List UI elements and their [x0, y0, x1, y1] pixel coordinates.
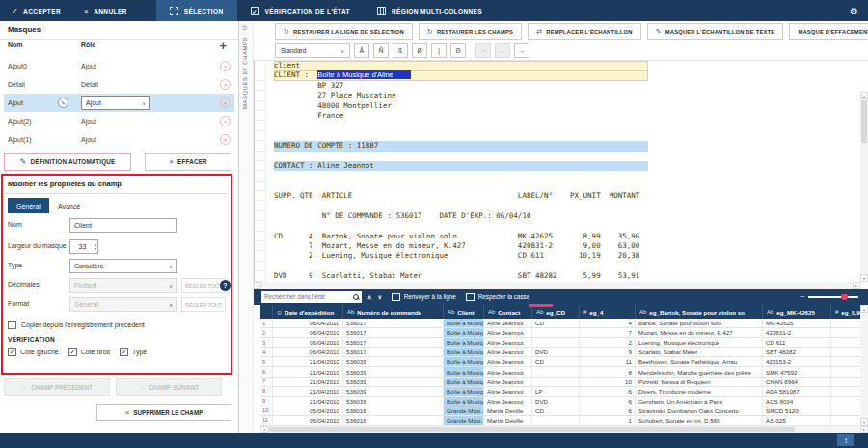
- table-cell[interactable]: Boîte à Musiq...: [444, 319, 484, 327]
- table-cell[interactable]: Boîte à Musiq...: [444, 328, 484, 337]
- table-row-4[interactable]: 406/04/2010536017Boîte à Musiq...Aline J…: [260, 348, 868, 357]
- table-cell[interactable]: Stravinski, Dumbarton Oaks Concerto: [636, 406, 763, 415]
- wrap-line-checkbox[interactable]: Renvoyer à la ligne: [392, 293, 456, 301]
- table-row-11[interactable]: 1105/04/2010536016Grande Musi...Martin D…: [260, 416, 868, 426]
- add-mask-button[interactable]: +: [219, 39, 227, 53]
- table-cell[interactable]: Gershwin, Un Américain à Paris: [636, 397, 763, 406]
- delete-mask-icon[interactable]: ×: [220, 98, 231, 108]
- scroll-left-icon[interactable]: ◂: [260, 426, 268, 433]
- table-cell[interactable]: Boîte à Musiq...: [444, 387, 484, 396]
- trap-char-button-4[interactable]: |: [431, 43, 447, 58]
- table-row-6[interactable]: 621/04/2010536039Boîte à Musiq...Aline J…: [260, 367, 868, 377]
- tab-avancé[interactable]: Avancé: [49, 198, 89, 213]
- table-cell[interactable]: SMCD 5120: [763, 406, 831, 415]
- trap-char-button-5[interactable]: Θ: [450, 43, 466, 58]
- table-cell[interactable]: Scarlatti, Stabat Mater: [636, 348, 763, 356]
- column-header-0[interactable]: ⊙Date d'expédition: [273, 305, 343, 319]
- name-input[interactable]: [69, 218, 177, 233]
- table-cell[interactable]: 536039: [343, 367, 444, 376]
- table-cell[interactable]: 536039: [343, 357, 444, 366]
- table-cell[interactable]: Schubert, Sonate en mi, D.566: [636, 416, 763, 425]
- mask-row-2[interactable]: Ajout✎Ajout∨×: [4, 94, 234, 112]
- table-cell[interactable]: 6: [580, 406, 636, 415]
- table-cell[interactable]: Beethoven, Sonate Pathétique, Arrau: [636, 357, 763, 366]
- toolbar-button-2[interactable]: ⇄REMPLACER L'ÉCHANTILLON: [528, 23, 640, 40]
- table-cell[interactable]: LP: [532, 387, 580, 396]
- delete-mask-icon[interactable]: ×: [220, 61, 231, 71]
- table-cell[interactable]: 05/04/2010: [273, 406, 343, 415]
- trap-char-button-0[interactable]: Å: [354, 43, 369, 58]
- ribbon-tab-2[interactable]: RÉGION MULTI-COLONNES: [364, 0, 496, 21]
- table-cell[interactable]: CD 611: [763, 338, 831, 347]
- table-cell[interactable]: DVD: [532, 397, 580, 406]
- table-cell[interactable]: Aline Jeannot: [484, 348, 532, 356]
- table-cell[interactable]: 06/04/2010: [273, 319, 343, 327]
- table-row-8[interactable]: 821/04/2010536039Boîte à Musiq...Aline J…: [260, 387, 868, 397]
- table-cell[interactable]: SMK 47592: [763, 367, 831, 376]
- scrollbar-thumb[interactable]: [861, 100, 867, 143]
- table-cell[interactable]: 536039: [343, 397, 444, 406]
- report-vertical-scrollbar[interactable]: ▴ ▾: [860, 92, 868, 282]
- column-header-6[interactable]: Abeg_Bartok, Sonate pour violon so: [636, 305, 763, 319]
- checkbox-icon[interactable]: [466, 293, 475, 301]
- mask-row-3[interactable]: Ajout(2)Ajout×: [0, 112, 238, 130]
- zoom-slider[interactable]: −: [800, 294, 858, 300]
- table-cell[interactable]: Mendelssohn, Marche guerrière des prêtre: [636, 367, 763, 376]
- column-header-4[interactable]: Abeg_CD: [532, 305, 580, 319]
- scroll-up-icon[interactable]: ▴: [860, 92, 868, 99]
- table-vertical-scrollbar[interactable]: ▴ ▾: [860, 305, 868, 426]
- table-cell[interactable]: 6: [580, 387, 636, 396]
- table-cell[interactable]: Grande Musi...: [444, 406, 484, 415]
- table-cell[interactable]: Divers, Trombone moderne: [636, 387, 763, 396]
- slider-track[interactable]: [808, 296, 858, 298]
- copy-previous-checkbox[interactable]: Copier depuis l'enregistrement précédent: [8, 321, 145, 329]
- checkbox-icon[interactable]: [392, 293, 400, 301]
- table-cell[interactable]: CD: [532, 319, 580, 327]
- table-cell[interactable]: Martin Deville: [484, 416, 532, 425]
- table-cell[interactable]: 06/04/2010: [273, 338, 343, 347]
- verification-check-côté-gauche[interactable]: ✓Côté gauche: [8, 348, 59, 356]
- table-cell[interactable]: 6: [580, 397, 636, 406]
- column-header-7[interactable]: Abeg_MK-42625: [763, 305, 831, 319]
- ribbon-tab-0[interactable]: SÉLECTION: [156, 0, 237, 21]
- table-row-10[interactable]: 1005/04/2010536016Grande Musi...Martin D…: [260, 406, 868, 416]
- mask-role-dropdown[interactable]: Ajout∨: [81, 96, 150, 110]
- table-cell[interactable]: Aline Jeannot: [484, 328, 532, 337]
- scroll-right-icon[interactable]: ▸: [853, 282, 860, 289]
- table-cell[interactable]: AS-325: [763, 416, 831, 425]
- table-cell[interactable]: 4: [580, 319, 636, 327]
- table-cell[interactable]: 1: [580, 416, 636, 425]
- table-cell[interactable]: Boîte à Musiq...: [444, 378, 484, 386]
- table-cell[interactable]: 21/04/2010: [273, 378, 343, 386]
- table-cell[interactable]: SBT 48282: [763, 348, 831, 356]
- report-preview[interactable]: clientCLIENT : Boîte à Musique d'Aline B…: [254, 61, 860, 282]
- mask-row-0[interactable]: Ajout0Ajout×: [0, 57, 238, 75]
- table-cell[interactable]: Aline Jeannot: [484, 319, 532, 327]
- scroll-up-icon[interactable]: ▴: [860, 305, 868, 313]
- table-cell[interactable]: ADA 581087: [763, 387, 831, 396]
- column-header-5[interactable]: #eg_4: [580, 305, 636, 319]
- scroll-left-icon[interactable]: ◂: [254, 282, 261, 289]
- toolbar-button-4[interactable]: MASQUE D'EFFACEMENT∨: [789, 23, 868, 40]
- table-cell[interactable]: DVD: [532, 348, 580, 356]
- checkbox-icon[interactable]: [8, 321, 16, 329]
- table-cell[interactable]: CD: [532, 406, 580, 415]
- slider-thumb[interactable]: [841, 294, 848, 300]
- table-cell[interactable]: CHAN 8964: [763, 378, 831, 386]
- table-cell[interactable]: Boîte à Musiq...: [444, 348, 484, 356]
- toolbar-button-1[interactable]: ↻RESTAURER LES CHAMPS: [419, 23, 522, 40]
- match-case-checkbox[interactable]: Respecter la casse: [466, 293, 530, 301]
- scrollbar-thumb[interactable]: [269, 427, 795, 432]
- table-cell[interactable]: [532, 367, 580, 376]
- scroll-down-icon[interactable]: ▾: [860, 418, 868, 426]
- verification-check-type[interactable]: ✓Type: [120, 348, 147, 356]
- delete-mask-icon[interactable]: ×: [220, 116, 231, 126]
- table-row-1[interactable]: 106/04/2010536017Boîte à Musiq...Aline J…: [260, 319, 868, 328]
- toolbar-button-0[interactable]: ↻RESTAURER LA LIGNE DE SÉLECTION: [275, 23, 413, 40]
- table-row-3[interactable]: 306/04/2010536017Boîte à Musiq...Aline J…: [260, 338, 868, 348]
- table-cell[interactable]: CD: [532, 357, 580, 366]
- table-cell[interactable]: 7: [580, 328, 636, 337]
- table-cell[interactable]: Aline Jeannot: [484, 367, 532, 376]
- column-header-1[interactable]: AbNuméro de commande: [343, 305, 444, 319]
- table-cell[interactable]: Pizzetti, Messa di Requiem: [636, 378, 763, 386]
